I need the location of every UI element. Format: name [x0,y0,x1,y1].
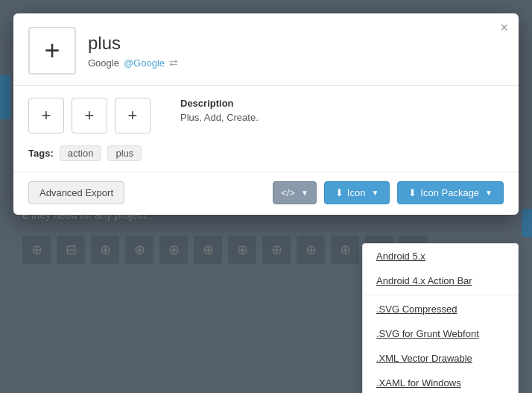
icon-variant-2[interactable]: + [72,98,107,133]
description-section: Description Plus, Add, Create. [180,98,504,133]
plus-icon-large: + [44,35,60,66]
advanced-export-button[interactable]: Advanced Export [28,181,124,204]
description-label: Description [180,98,504,109]
icon-title: plus [88,33,178,54]
external-link-icon: ⇄ [169,57,178,69]
dropdown-item-android5[interactable]: Android 5.x [363,244,518,268]
close-button[interactable]: × [500,21,508,34]
tag-action[interactable]: action [60,145,102,161]
dropdown-item-xml-vector[interactable]: .XML Vector Drawable [363,346,518,371]
icon-preview-large: + [28,27,76,75]
dropdown-item-android4[interactable]: Android 4.x Action Bar [363,268,518,293]
code-icon: </> [281,187,295,198]
dropdown-item-svg-compressed[interactable]: .SVG Compressed [363,297,518,321]
description-text: Plus, Add, Create. [180,112,504,123]
icon-button[interactable]: ⬇ Icon ▼ [324,181,390,204]
modal: × + plus Google @Google ⇄ + + + Descript… [13,13,519,215]
header-subtitle: Google @Google ⇄ [88,57,178,69]
icon-variant-1[interactable]: + [28,98,64,133]
tags-label: Tags: [28,148,54,159]
icon-pkg-label: Icon Package [420,187,479,198]
icon-package-button[interactable]: ⬇ Icon Package ▼ [397,181,504,204]
icon-variant-3[interactable]: + [115,98,151,133]
icon-package-dropdown: Android 5.x Android 4.x Action Bar .SVG … [362,243,519,393]
pkg-caret-icon: ▼ [485,189,493,197]
dropdown-item-xaml-windows[interactable]: .XAML for Windows [363,371,518,393]
modal-body: + + + Description Plus, Add, Create. [13,86,519,145]
provider-name: Google [88,57,119,69]
dropdown-item-svg-grunt[interactable]: .SVG for Grunt Webfont [363,321,518,346]
tags-section: Tags: action plus [13,145,519,172]
dropdown-divider [363,295,518,295]
icon-variants: + + + [28,98,151,133]
provider-link[interactable]: @Google [124,57,165,69]
header-info: plus Google @Google ⇄ [88,33,178,69]
download-icon: ⬇ [335,187,343,198]
modal-footer: Advanced Export </> ▼ ⬇ Icon ▼ ⬇ Icon Pa… [13,172,519,215]
code-caret-icon: ▼ [301,189,308,197]
package-icon: ⬇ [408,187,417,198]
modal-header: + plus Google @Google ⇄ [13,13,519,86]
icon-button-label: Icon [347,187,366,198]
code-button[interactable]: </> ▼ [273,181,317,204]
tag-plus[interactable]: plus [107,145,142,161]
icon-caret-icon: ▼ [371,189,379,197]
